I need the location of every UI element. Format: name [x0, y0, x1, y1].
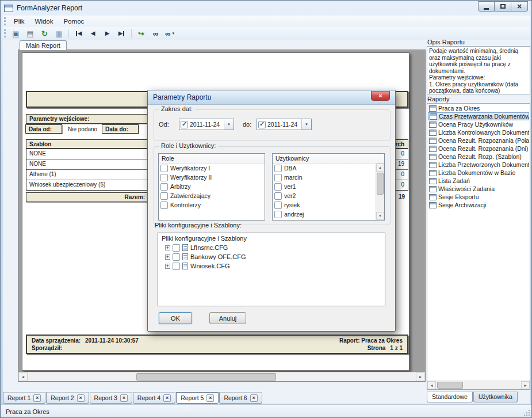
scroll-track[interactable]	[436, 381, 521, 389]
roles-list-header[interactable]: Role	[159, 154, 265, 164]
checkbox-icon[interactable]	[274, 183, 282, 191]
user-item[interactable]: andrzej	[273, 210, 376, 219]
list-item[interactable]: Ocena Rezult. Rozpoznania (Pola)	[428, 136, 529, 145]
minimize-button[interactable]	[478, 1, 495, 12]
ok-button[interactable]: OK	[159, 312, 192, 324]
expand-icon[interactable]: +	[165, 264, 170, 269]
user-item[interactable]: ver1	[273, 182, 376, 191]
tab-close-icon[interactable]: ×	[33, 394, 41, 402]
nav-first-button[interactable]: ◀	[72, 28, 85, 39]
nav-next-button[interactable]: ▶	[101, 28, 114, 39]
scroll-right-icon[interactable]: ▸	[521, 381, 530, 389]
find-button[interactable]: ∞	[149, 28, 162, 39]
date-from-field[interactable]: ✓ 2011-11-24 ▼	[179, 119, 234, 130]
user-item[interactable]: marcin	[273, 173, 376, 182]
tab-close-icon[interactable]: ×	[163, 394, 171, 402]
tree-item[interactable]: + Wniosek.CFG	[160, 261, 382, 271]
scroll-up-icon[interactable]: ▴	[376, 164, 384, 172]
scroll-thumb[interactable]	[377, 173, 384, 195]
role-item[interactable]: Arbitrzy	[159, 182, 265, 191]
tree-item[interactable]: + LfInsrnc.CFG	[160, 243, 382, 252]
find-next-button[interactable]: ∞▼	[163, 28, 177, 39]
dialog-close-button[interactable]: ×	[371, 91, 390, 101]
tab-close-icon[interactable]: ×	[120, 394, 128, 402]
scroll-down-icon[interactable]: ▾	[376, 212, 384, 220]
tab-report-1[interactable]: Report 1×	[3, 392, 45, 404]
scroll-thumb[interactable]	[136, 373, 276, 381]
date-to-field[interactable]: ✓ 2011-11-24 ▼	[257, 119, 312, 130]
users-vscrollbar[interactable]: ▴ ▾	[376, 164, 384, 220]
user-item[interactable]: DBA	[273, 164, 376, 173]
tab-report-5[interactable]: Report 5×	[176, 392, 219, 404]
list-item-selected[interactable]: Czas Przetwarzania Dokumentów	[428, 112, 529, 120]
open-report-button[interactable]: ▣	[9, 28, 22, 39]
checkbox-icon[interactable]	[274, 220, 282, 221]
checkbox-icon[interactable]	[173, 263, 180, 270]
checkbox-icon[interactable]	[160, 165, 168, 172]
users-list-header[interactable]: Uzytkownicy	[273, 154, 384, 164]
tab-report-4[interactable]: Report 4×	[133, 392, 175, 404]
scroll-track[interactable]	[28, 373, 416, 381]
list-item[interactable]: Liczba Przetworzonych Dokumentów	[428, 161, 529, 169]
checkbox-icon[interactable]	[274, 192, 282, 200]
calendar-dropdown-icon[interactable]: ▼	[301, 119, 311, 130]
resize-grip-icon[interactable]	[523, 409, 530, 416]
role-item[interactable]: Weryfikatorzy I	[159, 164, 265, 173]
refresh-button[interactable]: ↻	[38, 28, 51, 39]
scroll-track[interactable]	[376, 172, 384, 212]
goto-page-button[interactable]: ↪	[135, 28, 148, 39]
checkbox-icon[interactable]	[160, 202, 168, 209]
date-from-checkbox[interactable]: ✓	[181, 121, 188, 128]
tab-uzytkownika[interactable]: Użytkownika	[473, 392, 518, 402]
list-item[interactable]: Praca za Okres	[428, 104, 529, 112]
list-item[interactable]: Ocena Rezult. Rozp. (Szablon)	[428, 153, 529, 161]
tree-root[interactable]: Pliki konfiguracyjne i Szablony	[160, 234, 382, 243]
list-item[interactable]: Ocena Rezult. Rozpoznania (Dni)	[428, 145, 529, 153]
scroll-thumb[interactable]	[437, 382, 463, 389]
nav-prev-button[interactable]: ◀	[86, 28, 99, 39]
cancel-button[interactable]: Anuluj	[209, 312, 246, 324]
checkbox-icon[interactable]	[160, 192, 168, 200]
menu-plik[interactable]: Plik	[9, 17, 30, 26]
tab-standardowe[interactable]: Standardowe	[427, 392, 473, 402]
tab-close-icon[interactable]: ×	[250, 394, 258, 402]
scroll-left-icon[interactable]: ◂	[18, 373, 28, 381]
list-item[interactable]: Właściwości Zadania	[428, 185, 529, 193]
tab-report-2[interactable]: Report 2×	[46, 392, 89, 404]
find-dropdown-icon[interactable]: ▼	[171, 32, 175, 35]
menu-pomoc[interactable]: Pomoc	[58, 17, 89, 26]
checkbox-icon[interactable]	[274, 202, 282, 209]
reports-hscrollbar[interactable]: ◂ ▸	[427, 381, 530, 389]
tab-main-report[interactable]: Main Report	[20, 40, 67, 50]
tab-close-icon[interactable]: ×	[206, 394, 214, 402]
close-button[interactable]: ×	[511, 1, 528, 12]
viewer-hscrollbar[interactable]: ◂ ▸	[18, 372, 425, 381]
role-item[interactable]: Weryfikatorzy II	[159, 173, 265, 182]
checkbox-icon[interactable]	[274, 211, 282, 218]
maximize-button[interactable]	[495, 1, 511, 12]
role-item[interactable]: Zatwierdzający	[159, 191, 265, 200]
print-button[interactable]: ▤	[24, 28, 37, 39]
checkbox-icon[interactable]	[160, 183, 168, 191]
nav-last-button[interactable]: ▶	[115, 28, 128, 39]
scroll-right-icon[interactable]: ▸	[416, 373, 425, 381]
user-item[interactable]: ad	[273, 219, 376, 220]
list-item[interactable]: Sesje Eksportu	[428, 193, 529, 201]
checkbox-icon[interactable]	[173, 253, 180, 261]
tab-close-icon[interactable]: ×	[77, 394, 85, 402]
checkbox-icon[interactable]	[173, 244, 180, 252]
list-item[interactable]: Ocena Pracy Użytkowników	[428, 120, 529, 128]
date-to-checkbox[interactable]: ✓	[258, 121, 266, 128]
list-item[interactable]: Liczba Kontrolowanych Dokumentów	[428, 128, 529, 136]
list-item[interactable]: Lista Zadań	[428, 177, 529, 185]
tree-item[interactable]: + Bankowy OFE.CFG	[160, 252, 382, 261]
role-item[interactable]: Kontrolerzy	[159, 200, 265, 210]
checkbox-icon[interactable]	[274, 174, 282, 181]
scroll-left-icon[interactable]: ◂	[427, 381, 436, 389]
expand-icon[interactable]: +	[165, 245, 170, 250]
checkbox-icon[interactable]	[274, 165, 282, 172]
expand-icon[interactable]: +	[165, 254, 170, 260]
user-item[interactable]: ver2	[273, 191, 376, 200]
list-item[interactable]: Sesje Archiwizacji	[428, 201, 529, 209]
page-setup-button[interactable]: ▥	[52, 28, 66, 39]
